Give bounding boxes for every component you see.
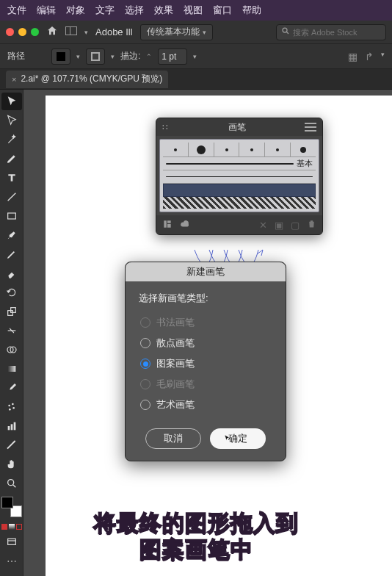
shape-builder-tool[interactable] — [1, 341, 22, 359]
panel-menu-icon[interactable] — [305, 123, 316, 132]
minimize-icon[interactable] — [18, 28, 26, 36]
search-stock[interactable] — [276, 24, 386, 40]
basic-brush-row[interactable]: 基本 — [163, 157, 316, 170]
align-icon[interactable]: ▦ — [348, 51, 357, 62]
brush-options-icon[interactable]: ▣ — [275, 220, 283, 231]
basic-label: 基本 — [297, 158, 313, 169]
stroke-width-input[interactable] — [158, 48, 187, 65]
pen-tool[interactable] — [1, 150, 22, 168]
svg-rect-3 — [7, 213, 15, 219]
ok-button[interactable]: 确定 — [210, 428, 266, 449]
rectangle-tool[interactable] — [1, 207, 22, 225]
arrange-docs-icon[interactable] — [65, 26, 77, 37]
zoom-tool[interactable] — [1, 475, 22, 492]
radio-label: 艺术画笔 — [156, 398, 195, 411]
radio-scatter[interactable]: 散点画笔 — [139, 333, 272, 353]
home-icon[interactable] — [46, 25, 58, 39]
radio-art[interactable]: 艺术画笔 — [139, 395, 272, 415]
stroke-brush-row[interactable] — [163, 170, 316, 184]
tool-column: ⋯ — [0, 90, 23, 576]
radio-icon — [140, 379, 150, 389]
selected-brush-row[interactable] — [163, 184, 316, 197]
dialog-title: 新建画笔 — [126, 262, 286, 281]
width-tool[interactable] — [1, 322, 22, 339]
svg-point-11 — [12, 407, 15, 409]
radio-label: 书法画笔 — [156, 316, 195, 329]
magic-wand-tool[interactable] — [1, 131, 22, 148]
transform-icon[interactable]: ↱ — [365, 51, 374, 62]
document-tab[interactable]: × 2.ai* @ 107.71% (CMYK/GPU 预览) — [6, 71, 168, 88]
app-name: Adobe Ill — [95, 26, 133, 37]
calligraphic-brush-row[interactable] — [163, 143, 316, 157]
radio-label: 图案画笔 — [156, 357, 195, 370]
scale-tool[interactable] — [1, 303, 22, 320]
stroke-label: 描边: — [120, 50, 140, 62]
stroke-swatch[interactable] — [86, 48, 105, 65]
radio-icon[interactable] — [140, 400, 150, 410]
delete-brush-icon[interactable] — [307, 219, 316, 231]
symbol-sprayer-tool[interactable] — [1, 398, 22, 416]
eyedropper-tool[interactable] — [1, 379, 22, 397]
maximize-icon[interactable] — [31, 28, 39, 36]
search-input[interactable] — [293, 28, 381, 37]
menu-edit[interactable]: 编辑 — [34, 2, 59, 18]
stroke-width-dec[interactable]: ⌃ — [146, 53, 152, 60]
svg-rect-13 — [7, 426, 10, 430]
type-tool[interactable] — [1, 169, 22, 187]
libraries-cloud-icon[interactable] — [180, 219, 190, 231]
svg-rect-14 — [10, 424, 12, 430]
new-brush-icon[interactable]: ▢ — [291, 220, 300, 231]
chevron-down-icon[interactable]: ▾ — [193, 53, 197, 60]
brushes-panel-title: 画笔 — [228, 121, 246, 134]
fill-color[interactable] — [1, 497, 13, 508]
menu-help[interactable]: 帮助 — [239, 2, 264, 18]
close-icon[interactable] — [6, 28, 14, 36]
hatch-brush-row[interactable] — [163, 197, 316, 209]
radio-icon[interactable] — [140, 338, 150, 348]
menu-type[interactable]: 文字 — [92, 2, 117, 18]
hand-tool[interactable] — [1, 456, 22, 473]
brushes-panel[interactable]: ∷ 画笔 基本 ✕ ▣ ▢ — [156, 118, 323, 235]
rotate-tool[interactable] — [1, 284, 22, 301]
menu-select[interactable]: 选择 — [122, 2, 147, 18]
brush-libraries-icon[interactable] — [162, 219, 173, 231]
close-tab-icon[interactable]: × — [12, 75, 16, 84]
chevron-down-icon[interactable]: ▾ — [76, 53, 80, 60]
menu-effect[interactable]: 效果 — [151, 2, 176, 18]
direct-select-tool[interactable] — [1, 112, 22, 129]
slice-tool[interactable] — [1, 436, 22, 454]
brushes-list[interactable]: 基本 — [159, 139, 319, 212]
menu-file[interactable]: 文件 — [4, 2, 29, 18]
svg-line-2 — [7, 193, 15, 201]
menu-bar: 文件 编辑 对象 文字 选择 效果 视图 窗口 帮助 — [0, 0, 392, 21]
radio-pattern[interactable]: 图案画笔 — [139, 353, 272, 374]
menu-window[interactable]: 窗口 — [210, 2, 235, 18]
pencil-tool[interactable] — [1, 245, 22, 263]
workspace-dropdown[interactable]: 传统基本功能 ▾ — [140, 24, 213, 40]
paintbrush-tool[interactable] — [1, 226, 22, 244]
chevron-down-icon: ▾ — [203, 29, 206, 36]
cancel-button[interactable]: 取消 — [145, 428, 201, 449]
workspace-label: 传统基本功能 — [147, 26, 200, 38]
menu-view[interactable]: 视图 — [181, 2, 206, 18]
menu-object[interactable]: 对象 — [63, 2, 88, 18]
eraser-tool[interactable] — [1, 264, 22, 282]
fill-swatch[interactable] — [51, 48, 70, 65]
brushes-panel-header[interactable]: ∷ 画笔 — [156, 118, 322, 136]
line-tool[interactable] — [1, 188, 22, 206]
svg-line-1 — [286, 32, 288, 34]
radio-icon[interactable] — [140, 359, 150, 369]
selection-tool[interactable] — [1, 93, 22, 110]
control-bar: 路径 ▾ ▾ 描边: ⌃ ▾ ▦ ↱ ▾ — [0, 44, 392, 69]
remove-stroke-icon[interactable]: ✕ — [259, 220, 267, 231]
chevron-down-icon[interactable]: ▾ — [111, 53, 115, 60]
grip-icon[interactable]: ∷ — [162, 122, 169, 132]
caption-line-1: 将最终的图形拖入到 — [0, 510, 392, 536]
graph-tool[interactable] — [1, 417, 22, 435]
chevron-down-icon[interactable]: ▾ — [84, 29, 88, 36]
selection-type-label: 路径 — [7, 50, 25, 62]
new-brush-dialog: 新建画笔 选择新画笔类型: 书法画笔 散点画笔 图案画笔 毛刷画笔 艺术画笔 取… — [125, 262, 286, 461]
radio-label: 毛刷画笔 — [156, 378, 195, 391]
gradient-tool[interactable] — [1, 360, 22, 378]
chevron-down-icon[interactable]: ▾ — [381, 51, 385, 62]
